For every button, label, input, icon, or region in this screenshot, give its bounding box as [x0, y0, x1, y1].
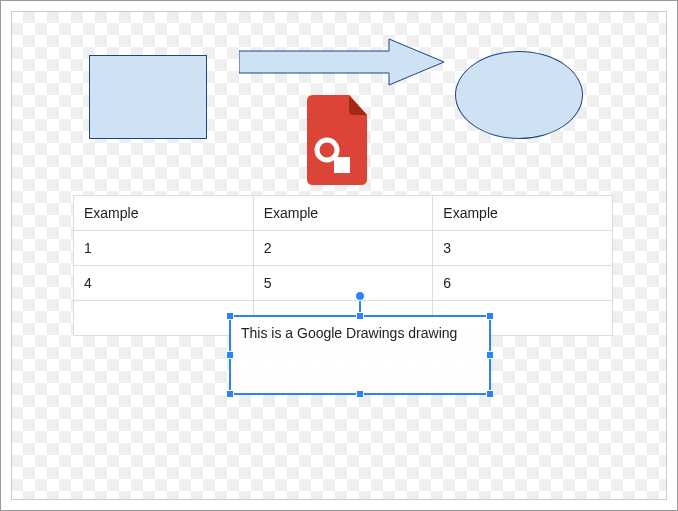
table-cell[interactable]: 4	[74, 266, 254, 301]
table-row[interactable]: 4 5 6	[74, 266, 613, 301]
resize-handle-e[interactable]	[486, 351, 494, 359]
svg-marker-0	[239, 39, 444, 85]
table-header-row[interactable]: Example Example Example	[74, 196, 613, 231]
table-cell[interactable]: 3	[433, 231, 613, 266]
text-box-content[interactable]: This is a Google Drawings drawing	[231, 317, 489, 349]
table-cell[interactable]: 6	[433, 266, 613, 301]
table-cell[interactable]: 5	[253, 266, 433, 301]
arrow-shape[interactable]	[239, 37, 444, 87]
resize-handle-n[interactable]	[356, 312, 364, 320]
resize-handle-s[interactable]	[356, 390, 364, 398]
resize-handle-se[interactable]	[486, 390, 494, 398]
table-cell[interactable]: 1	[74, 231, 254, 266]
resize-handle-nw[interactable]	[226, 312, 234, 320]
text-box-selected[interactable]: This is a Google Drawings drawing	[229, 315, 491, 395]
google-drawings-icon[interactable]	[301, 95, 373, 185]
resize-handle-sw[interactable]	[226, 390, 234, 398]
table-row[interactable]: 1 2 3	[74, 231, 613, 266]
app-frame: Example Example Example 1 2 3 4 5 6 This…	[0, 0, 678, 511]
table-header-cell[interactable]: Example	[253, 196, 433, 231]
resize-handle-ne[interactable]	[486, 312, 494, 320]
svg-rect-2	[334, 157, 350, 173]
rotate-handle[interactable]	[355, 291, 365, 301]
drawing-canvas[interactable]: Example Example Example 1 2 3 4 5 6 This…	[11, 11, 667, 500]
table-header-cell[interactable]: Example	[74, 196, 254, 231]
resize-handle-w[interactable]	[226, 351, 234, 359]
table-cell[interactable]: 2	[253, 231, 433, 266]
rectangle-shape[interactable]	[89, 55, 207, 139]
table-header-cell[interactable]: Example	[433, 196, 613, 231]
ellipse-shape[interactable]	[455, 51, 583, 139]
